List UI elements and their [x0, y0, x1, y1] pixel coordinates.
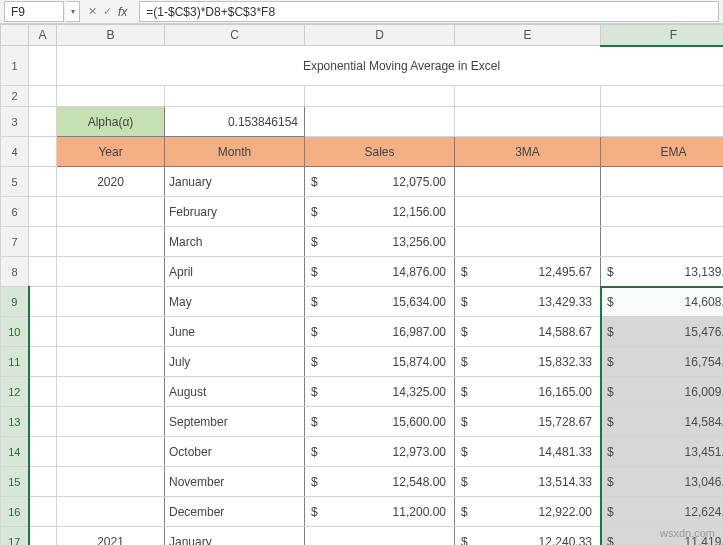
- cell[interactable]: $15,832.33: [455, 347, 601, 377]
- row-header[interactable]: 13: [1, 407, 29, 437]
- cell-month[interactable]: June: [165, 317, 305, 347]
- cell-month[interactable]: December: [165, 497, 305, 527]
- cell[interactable]: $13,139.03: [601, 257, 724, 287]
- cell[interactable]: [601, 197, 724, 227]
- cancel-icon[interactable]: ✕: [88, 5, 97, 18]
- cell-year[interactable]: [57, 287, 165, 317]
- cell[interactable]: [29, 527, 57, 546]
- row-header[interactable]: 15: [1, 467, 29, 497]
- cell[interactable]: $12,922.00: [455, 497, 601, 527]
- cell[interactable]: $16,165.00: [455, 377, 601, 407]
- cell[interactable]: [455, 167, 601, 197]
- cell[interactable]: $15,476.27: [601, 317, 724, 347]
- cell-month[interactable]: October: [165, 437, 305, 467]
- cell[interactable]: $11,200.00: [305, 497, 455, 527]
- row-header[interactable]: 17: [1, 527, 29, 546]
- cell-year[interactable]: [57, 347, 165, 377]
- cell-year[interactable]: [57, 377, 165, 407]
- row-header[interactable]: 7: [1, 227, 29, 257]
- cell[interactable]: [29, 287, 57, 317]
- cell-month[interactable]: May: [165, 287, 305, 317]
- cell[interactable]: $16,009.47: [601, 377, 724, 407]
- row-header[interactable]: 2: [1, 86, 29, 107]
- cell-month[interactable]: November: [165, 467, 305, 497]
- header-month[interactable]: Month: [165, 137, 305, 167]
- cell-year[interactable]: [57, 317, 165, 347]
- cell-month[interactable]: January: [165, 527, 305, 546]
- col-header-D[interactable]: D: [305, 25, 455, 46]
- fx-icon[interactable]: fx: [118, 5, 131, 19]
- cell[interactable]: $13,429.33: [455, 287, 601, 317]
- cell[interactable]: [29, 46, 57, 86]
- formula-bar[interactable]: =(1-$C$3)*D8+$C$3*F8: [139, 1, 719, 22]
- cell[interactable]: [29, 197, 57, 227]
- cell[interactable]: $14,876.00: [305, 257, 455, 287]
- cell-month[interactable]: February: [165, 197, 305, 227]
- cell[interactable]: $13,046.54: [601, 467, 724, 497]
- cell-year[interactable]: [57, 467, 165, 497]
- alpha-value[interactable]: 0.153846154: [165, 107, 305, 137]
- row-header[interactable]: 9: [1, 287, 29, 317]
- name-box-dropdown-icon[interactable]: ▾: [66, 1, 80, 22]
- spreadsheet-grid[interactable]: A B C D E F 1 Exponential Moving Average…: [0, 24, 723, 545]
- header-3ma[interactable]: 3MA: [455, 137, 601, 167]
- cell[interactable]: $14,325.00: [305, 377, 455, 407]
- cell[interactable]: $15,728.67: [455, 407, 601, 437]
- select-all-corner[interactable]: [1, 25, 29, 46]
- cell-month[interactable]: July: [165, 347, 305, 377]
- cell-month[interactable]: March: [165, 227, 305, 257]
- page-title[interactable]: Exponential Moving Average in Excel: [57, 46, 724, 86]
- cell[interactable]: $12,240.33: [455, 527, 601, 546]
- cell[interactable]: $13,451.02: [601, 437, 724, 467]
- cell[interactable]: $13,514.33: [455, 467, 601, 497]
- cell[interactable]: [305, 527, 455, 546]
- cell[interactable]: [29, 257, 57, 287]
- cell-year[interactable]: [57, 407, 165, 437]
- cell[interactable]: [29, 437, 57, 467]
- col-header-F[interactable]: F: [601, 25, 724, 46]
- cell[interactable]: [29, 497, 57, 527]
- cell[interactable]: [455, 197, 601, 227]
- cell[interactable]: $12,624.70: [601, 497, 724, 527]
- cell-month[interactable]: August: [165, 377, 305, 407]
- cell[interactable]: [29, 467, 57, 497]
- cell[interactable]: $12,548.00: [305, 467, 455, 497]
- row-header[interactable]: 16: [1, 497, 29, 527]
- cell[interactable]: [29, 347, 57, 377]
- alpha-label[interactable]: Alpha(α): [57, 107, 165, 137]
- cell[interactable]: $15,600.00: [305, 407, 455, 437]
- cell[interactable]: $16,754.58: [601, 347, 724, 377]
- cell[interactable]: $14,608.77: [601, 287, 724, 317]
- cell-year[interactable]: [57, 257, 165, 287]
- col-header-A[interactable]: A: [29, 25, 57, 46]
- cell[interactable]: [29, 107, 57, 137]
- cell[interactable]: [29, 167, 57, 197]
- cell[interactable]: [29, 317, 57, 347]
- row-header[interactable]: 5: [1, 167, 29, 197]
- name-box[interactable]: F9: [4, 1, 64, 22]
- cell-month[interactable]: September: [165, 407, 305, 437]
- cell[interactable]: $14,584.15: [601, 407, 724, 437]
- cell-month[interactable]: April: [165, 257, 305, 287]
- cell[interactable]: [29, 377, 57, 407]
- cell[interactable]: [601, 167, 724, 197]
- cell[interactable]: $15,634.00: [305, 287, 455, 317]
- header-ema[interactable]: EMA: [601, 137, 724, 167]
- header-sales[interactable]: Sales: [305, 137, 455, 167]
- row-header[interactable]: 6: [1, 197, 29, 227]
- row-header[interactable]: 4: [1, 137, 29, 167]
- cell[interactable]: $12,973.00: [305, 437, 455, 467]
- cell[interactable]: $14,481.33: [455, 437, 601, 467]
- col-header-E[interactable]: E: [455, 25, 601, 46]
- cell[interactable]: $13,256.00: [305, 227, 455, 257]
- cell[interactable]: $15,874.00: [305, 347, 455, 377]
- cell[interactable]: [601, 227, 724, 257]
- cell-month[interactable]: January: [165, 167, 305, 197]
- cell[interactable]: [29, 407, 57, 437]
- cell-year[interactable]: [57, 497, 165, 527]
- col-header-C[interactable]: C: [165, 25, 305, 46]
- cell[interactable]: $12,075.00: [305, 167, 455, 197]
- cell[interactable]: $14,588.67: [455, 317, 601, 347]
- cell[interactable]: $12,156.00: [305, 197, 455, 227]
- cell-year[interactable]: 2021: [57, 527, 165, 546]
